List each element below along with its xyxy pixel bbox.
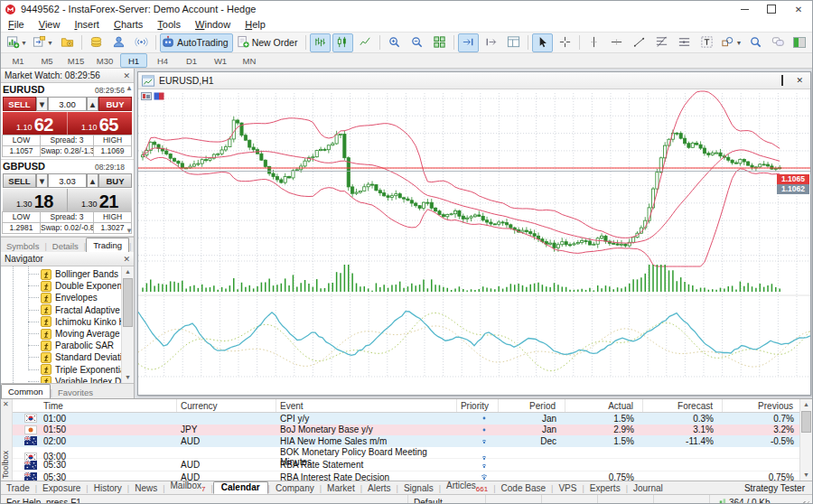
column-header-currency[interactable]: Currency: [177, 399, 276, 412]
calendar-row[interactable]: 03:00BOK Monetary Policy Board Meeting M…: [13, 447, 799, 460]
timeframe-h4[interactable]: H4: [149, 53, 176, 68]
calendar-row[interactable]: 05:30AUDRBA Rate Statement: [13, 459, 799, 471]
toolbox-tab-exposure[interactable]: Exposure: [37, 483, 86, 494]
levels-button[interactable]: [674, 33, 695, 52]
shapes-button[interactable]: ▼: [719, 33, 743, 52]
vertical-line-button[interactable]: [584, 33, 604, 52]
toolbox-tab-signals[interactable]: Signals: [398, 483, 439, 494]
navigator-item-variable-index-dyna[interactable]: Variable Index Dyna: [1, 376, 122, 383]
menu-item-file[interactable]: File: [1, 19, 32, 30]
menu-item-insert[interactable]: Insert: [67, 19, 107, 30]
toolbox-tab-market[interactable]: Market: [322, 483, 360, 494]
column-header-priority[interactable]: Priority: [457, 399, 499, 412]
horizontal-line-button[interactable]: [606, 33, 627, 52]
autotrading-button[interactable]: AutoTrading: [160, 33, 233, 52]
menu-item-charts[interactable]: Charts: [107, 19, 150, 30]
calendar-row[interactable]: 01:00CPI y/yJan1.5%0.3%0.7%: [13, 413, 799, 425]
price-chart-svg[interactable]: [138, 89, 810, 395]
candlestick-chart-button[interactable]: [332, 33, 353, 52]
scrollbar-thumb[interactable]: [123, 278, 133, 327]
search-button[interactable]: [745, 33, 766, 52]
cursor-button[interactable]: [532, 33, 553, 52]
navigator-close-icon[interactable]: ✕: [123, 255, 130, 264]
buy-button[interactable]: BUY: [98, 173, 132, 188]
volume-decrease-button[interactable]: ▼: [36, 173, 48, 188]
scroll-down-icon[interactable]: ▼: [122, 372, 134, 383]
symbol-price-row[interactable]: 1.30181.3021: [3, 189, 132, 211]
market-watch-tab-tick-chart[interactable]: Tick Chart: [131, 240, 134, 252]
new-chart-button[interactable]: ▼: [5, 33, 29, 52]
market-watch-scroll-down-icon[interactable]: ▼: [126, 227, 133, 235]
column-header-period[interactable]: Period: [499, 399, 565, 412]
timeframe-h1[interactable]: H1: [120, 53, 147, 68]
timeframe-mn[interactable]: MN: [236, 53, 263, 68]
market-watch-scroll-up-icon[interactable]: ▲: [126, 84, 133, 92]
status-profile[interactable]: Default: [407, 495, 485, 504]
volume-increase-button[interactable]: ▲: [87, 97, 98, 111]
chart-window-titlebar[interactable]: EURUSD,H1 ✕: [138, 72, 810, 89]
sell-button[interactable]: SELL: [3, 97, 36, 111]
bar-chart-button[interactable]: [310, 33, 331, 52]
toolbox-tab-trade[interactable]: Trade: [1, 483, 35, 494]
column-header-time[interactable]: Time: [13, 399, 177, 412]
text-button[interactable]: [696, 33, 717, 52]
timeframe-m1[interactable]: M1: [5, 53, 32, 68]
chart-close-button[interactable]: ✕: [796, 76, 803, 85]
indicator-marker-icon[interactable]: [141, 92, 152, 100]
crosshair-button[interactable]: [555, 33, 575, 52]
trendline-button[interactable]: [629, 33, 649, 52]
buy-button[interactable]: BUY: [98, 97, 132, 111]
toolbox-tab-news[interactable]: News: [129, 483, 163, 494]
market-watch-tab-trading[interactable]: Trading: [86, 238, 129, 252]
symbol-price-row[interactable]: 1.10621.1065: [3, 112, 132, 135]
toolbox-tab-history[interactable]: History: [89, 483, 127, 494]
navigator-tab-favorites[interactable]: Favorites: [52, 387, 98, 398]
toolbox-close-icon[interactable]: ✕: [3, 400, 9, 408]
scroll-up-icon[interactable]: ▲: [122, 266, 134, 277]
toolbox-tab-vps[interactable]: VPS: [553, 483, 582, 494]
sell-button[interactable]: SELL: [3, 173, 36, 188]
navigator-item-parabolic-sar[interactable]: Parabolic SAR: [1, 340, 122, 351]
market-watch-tab-symbols[interactable]: Symbols: [1, 240, 44, 252]
menu-item-view[interactable]: View: [32, 19, 68, 30]
minimize-window-button[interactable]: [731, 1, 758, 17]
navigator-tab-common[interactable]: Common: [1, 384, 51, 398]
scroll-up-icon[interactable]: ▲: [800, 399, 812, 410]
navigator-item-fractal-adaptive-mo[interactable]: Fractal Adaptive Mo: [1, 304, 122, 316]
chat-button[interactable]: [768, 33, 789, 52]
close-window-button[interactable]: ✕: [785, 1, 812, 17]
market-watch-close-icon[interactable]: ✕: [123, 71, 130, 80]
timeframe-m15[interactable]: M15: [62, 53, 89, 68]
navigator-item-standard-deviation[interactable]: Standard Deviation: [1, 351, 122, 363]
strategy-tester-label[interactable]: Strategy Tester: [744, 483, 812, 494]
toolbox-tab-mailbox[interactable]: Mailbox7: [165, 481, 211, 494]
tile-windows-button[interactable]: [429, 33, 450, 52]
zoom-out-button[interactable]: [406, 33, 427, 52]
menu-item-help[interactable]: Help: [238, 19, 273, 30]
navigator-item-bollinger-bands[interactable]: Bollinger Bands: [1, 268, 122, 280]
market-watch-tab-details[interactable]: Details: [47, 240, 84, 252]
profiles-button[interactable]: ▼: [31, 33, 55, 52]
volume-increase-button[interactable]: ▲: [87, 173, 98, 188]
calendar-row[interactable]: 05:30AUDRBA Interest Rate Decision0.75%0…: [13, 471, 799, 481]
timeframe-m30[interactable]: M30: [91, 53, 118, 68]
expert-marker-icon[interactable]: [154, 92, 164, 100]
toolbox-tab-experts[interactable]: Experts: [584, 483, 626, 494]
navigator-item-moving-average[interactable]: Moving Average: [1, 328, 122, 340]
menu-item-tools[interactable]: Tools: [150, 19, 188, 30]
fibonacci-button[interactable]: [651, 33, 672, 52]
toolbox-tab-company[interactable]: Company: [270, 483, 320, 494]
calendar-scrollbar[interactable]: ▲ ▼: [799, 399, 812, 481]
toolbox-tab-calendar[interactable]: Calendar: [213, 481, 268, 494]
navigator-item-envelopes[interactable]: Envelopes: [1, 292, 122, 303]
navigator-item-double-exponential[interactable]: Double Exponential: [1, 280, 122, 292]
calendar-row[interactable]: 02:00AUDHIA New Home Sales m/mDec1.5%-11…: [13, 435, 799, 447]
timeframe-m5[interactable]: M5: [33, 53, 61, 68]
timeframe-d1[interactable]: D1: [178, 53, 205, 68]
data-window-button[interactable]: [503, 33, 524, 52]
chart-shift-button[interactable]: [481, 33, 501, 52]
column-header-previous[interactable]: Previous: [723, 399, 799, 412]
calendar-row[interactable]: 01:50JPYBoJ Monetary Base y/yJan2.9%3.1%…: [13, 425, 799, 436]
navigator-item-ichimoku-kinko-hyo[interactable]: Ichimoku Kinko Hyo: [1, 316, 122, 328]
volume-decrease-button[interactable]: ▼: [36, 97, 48, 111]
